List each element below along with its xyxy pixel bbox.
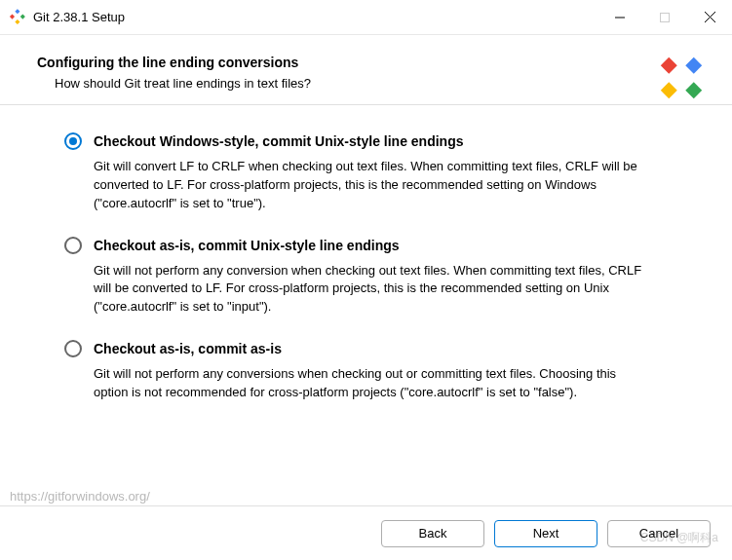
wizard-footer: Back Next Cancel: [0, 505, 732, 560]
svg-rect-11: [661, 57, 677, 74]
window-title: Git 2.38.1 Setup: [33, 10, 597, 24]
svg-rect-2: [15, 19, 19, 23]
option-title: Checkout as-is, commit as-is: [94, 341, 282, 356]
option-row[interactable]: Checkout Windows-style, commit Unix-styl…: [64, 132, 697, 150]
svg-rect-8: [685, 57, 702, 74]
radio-asis-asis[interactable]: [64, 340, 82, 357]
option-row[interactable]: Checkout as-is, commit as-is: [64, 340, 697, 357]
maximize-button: [642, 0, 687, 34]
page-subtitle: How should Git treat line endings in tex…: [55, 76, 703, 91]
git-icon: [8, 9, 25, 26]
titlebar: Git 2.38.1 Setup: [0, 0, 732, 35]
option-row[interactable]: Checkout as-is, commit Unix-style line e…: [64, 237, 697, 254]
next-button[interactable]: Next: [494, 520, 597, 547]
radio-checkout-asis-commit-unix[interactable]: [64, 237, 82, 254]
svg-rect-9: [685, 82, 702, 98]
cancel-button[interactable]: Cancel: [607, 520, 711, 547]
svg-rect-5: [661, 13, 670, 21]
svg-rect-3: [10, 14, 15, 19]
option-description: Git will not perform any conversions whe…: [94, 365, 649, 402]
close-button[interactable]: [687, 0, 732, 34]
option-checkout-asis-commit-unix: Checkout as-is, commit Unix-style line e…: [64, 237, 697, 317]
option-title: Checkout as-is, commit Unix-style line e…: [94, 238, 400, 253]
option-description: Git will not perform any conversion when…: [94, 262, 649, 317]
page-title: Configuring the line ending conversions: [37, 55, 703, 70]
radio-windows-style[interactable]: [64, 132, 82, 150]
option-description: Git will convert LF to CRLF when checkin…: [94, 158, 649, 213]
options-panel: Checkout Windows-style, commit Unix-styl…: [0, 105, 732, 435]
option-windows-style: Checkout Windows-style, commit Unix-styl…: [64, 132, 697, 213]
back-button[interactable]: Back: [381, 520, 484, 547]
vendor-link[interactable]: https://gitforwindows.org/: [10, 489, 150, 504]
option-title: Checkout Windows-style, commit Unix-styl…: [94, 133, 464, 149]
svg-rect-1: [20, 14, 25, 19]
wizard-header: Configuring the line ending conversions …: [0, 35, 732, 105]
minimize-button[interactable]: [597, 0, 642, 34]
window-controls: [597, 0, 732, 34]
option-asis-asis: Checkout as-is, commit as-is Git will no…: [64, 340, 697, 402]
svg-rect-10: [661, 82, 677, 98]
git-logo-icon: [656, 53, 707, 103]
svg-rect-0: [15, 9, 19, 14]
